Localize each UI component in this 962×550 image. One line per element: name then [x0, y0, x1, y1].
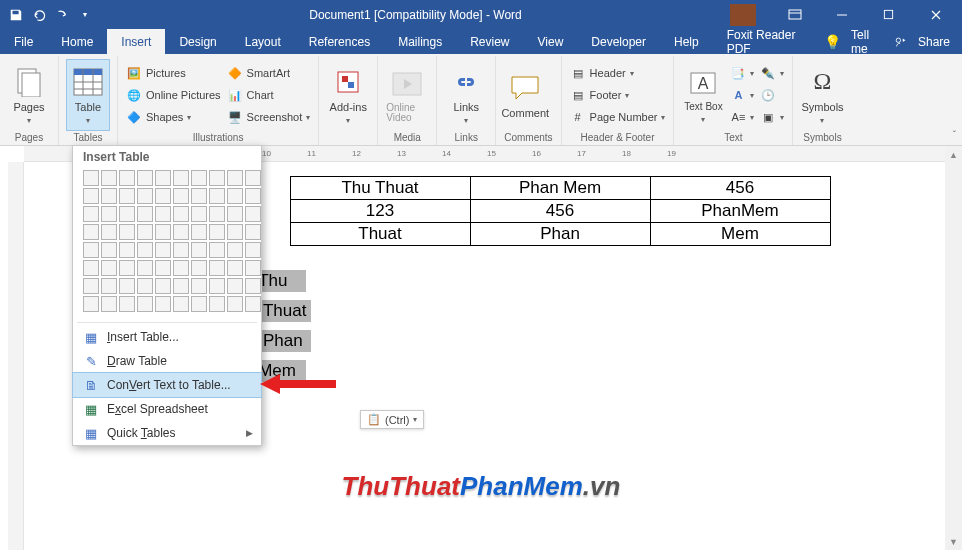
grid-cell[interactable] — [101, 188, 117, 204]
screenshot-button[interactable]: 🖥️Screenshot▾ — [227, 107, 311, 127]
grid-cell[interactable] — [191, 188, 207, 204]
grid-cell[interactable] — [155, 224, 171, 240]
tab-developer[interactable]: Developer — [577, 29, 660, 54]
grid-cell[interactable] — [227, 170, 243, 186]
convert-text-to-table-menuitem[interactable]: 🗎 ConVert Text to Table... — [73, 373, 261, 397]
smartart-button[interactable]: 🔶SmartArt — [227, 63, 311, 83]
excel-spreadsheet-menuitem[interactable]: ▦ Excel Spreadsheet — [73, 397, 261, 421]
signature-button[interactable]: ✒️▾ — [760, 63, 784, 83]
tab-foxit[interactable]: Foxit Reader PDF — [713, 29, 824, 54]
grid-cell[interactable] — [227, 224, 243, 240]
wordart-button[interactable]: A▾ — [730, 85, 754, 105]
tellme-label[interactable]: Tell me — [851, 28, 870, 56]
grid-cell[interactable] — [209, 170, 225, 186]
save-icon[interactable] — [8, 7, 24, 23]
maximize-button[interactable] — [866, 0, 911, 29]
grid-cell[interactable] — [173, 278, 189, 294]
grid-cell[interactable] — [227, 278, 243, 294]
vertical-scrollbar[interactable]: ▲ ▼ — [945, 146, 962, 550]
tab-insert[interactable]: Insert — [107, 29, 165, 54]
tab-review[interactable]: Review — [456, 29, 523, 54]
table-grid-picker[interactable] — [73, 170, 261, 320]
grid-cell[interactable] — [209, 296, 225, 312]
grid-cell[interactable] — [83, 260, 99, 276]
insert-table-menuitem[interactable]: ▦ Insert Table... — [73, 325, 261, 349]
ribbon-display-options-icon[interactable] — [772, 0, 817, 29]
grid-cell[interactable] — [155, 260, 171, 276]
header-button[interactable]: ▤Header▾ — [570, 63, 666, 83]
undo-icon[interactable] — [31, 7, 47, 23]
grid-cell[interactable] — [191, 296, 207, 312]
scroll-down-icon[interactable]: ▼ — [945, 533, 962, 550]
grid-cell[interactable] — [209, 188, 225, 204]
symbols-button[interactable]: ΩSymbols▾ — [801, 60, 843, 130]
grid-cell[interactable] — [227, 296, 243, 312]
dropcap-button[interactable]: A≡▾ — [730, 107, 754, 127]
grid-cell[interactable] — [155, 188, 171, 204]
grid-cell[interactable] — [155, 170, 171, 186]
paste-options-button[interactable]: 📋 (Ctrl) ▾ — [360, 410, 424, 429]
pictures-button[interactable]: 🖼️Pictures — [126, 63, 221, 83]
grid-cell[interactable] — [245, 296, 261, 312]
grid-cell[interactable] — [119, 242, 135, 258]
grid-cell[interactable] — [83, 170, 99, 186]
tab-home[interactable]: Home — [47, 29, 107, 54]
redo-icon[interactable] — [54, 7, 70, 23]
grid-cell[interactable] — [101, 242, 117, 258]
grid-cell[interactable] — [209, 242, 225, 258]
grid-cell[interactable] — [209, 260, 225, 276]
grid-cell[interactable] — [119, 188, 135, 204]
grid-cell[interactable] — [101, 206, 117, 222]
table-button[interactable]: Table▾ — [67, 60, 109, 130]
textbox-button[interactable]: AText Box▾ — [682, 60, 724, 130]
minimize-button[interactable] — [819, 0, 864, 29]
shapes-button[interactable]: 🔷Shapes▾ — [126, 107, 221, 127]
grid-cell[interactable] — [191, 206, 207, 222]
quickparts-button[interactable]: 📑▾ — [730, 63, 754, 83]
grid-cell[interactable] — [155, 206, 171, 222]
grid-cell[interactable] — [83, 278, 99, 294]
grid-cell[interactable] — [173, 206, 189, 222]
grid-cell[interactable] — [83, 224, 99, 240]
grid-cell[interactable] — [191, 242, 207, 258]
grid-cell[interactable] — [137, 296, 153, 312]
grid-cell[interactable] — [83, 206, 99, 222]
draw-table-menuitem[interactable]: ✎ Draw Table — [73, 349, 261, 373]
tab-mailings[interactable]: Mailings — [384, 29, 456, 54]
grid-cell[interactable] — [101, 170, 117, 186]
grid-cell[interactable] — [119, 206, 135, 222]
grid-cell[interactable] — [137, 170, 153, 186]
grid-cell[interactable] — [101, 224, 117, 240]
grid-cell[interactable] — [137, 260, 153, 276]
tab-help[interactable]: Help — [660, 29, 713, 54]
grid-cell[interactable] — [83, 296, 99, 312]
quick-tables-menuitem[interactable]: ▦ Quick Tables ▶ — [73, 421, 261, 445]
grid-cell[interactable] — [155, 278, 171, 294]
grid-cell[interactable] — [101, 278, 117, 294]
grid-cell[interactable] — [245, 206, 261, 222]
grid-cell[interactable] — [173, 170, 189, 186]
grid-cell[interactable] — [137, 278, 153, 294]
grid-cell[interactable] — [227, 206, 243, 222]
grid-cell[interactable] — [209, 224, 225, 240]
chart-button[interactable]: 📊Chart — [227, 85, 311, 105]
grid-cell[interactable] — [209, 206, 225, 222]
grid-cell[interactable] — [137, 242, 153, 258]
grid-cell[interactable] — [173, 188, 189, 204]
grid-cell[interactable] — [191, 170, 207, 186]
grid-cell[interactable] — [155, 296, 171, 312]
tab-view[interactable]: View — [524, 29, 578, 54]
grid-cell[interactable] — [191, 278, 207, 294]
grid-cell[interactable] — [173, 260, 189, 276]
grid-cell[interactable] — [245, 170, 261, 186]
links-button[interactable]: Links▾ — [445, 60, 487, 130]
collapse-ribbon-icon[interactable]: ˇ — [953, 130, 956, 141]
datetime-button[interactable]: 🕒 — [760, 85, 784, 105]
grid-cell[interactable] — [83, 188, 99, 204]
object-button[interactable]: ▣▾ — [760, 107, 784, 127]
user-avatar[interactable] — [730, 4, 756, 26]
grid-cell[interactable] — [101, 260, 117, 276]
tellme-icon[interactable]: 💡 — [824, 34, 841, 50]
grid-cell[interactable] — [101, 296, 117, 312]
grid-cell[interactable] — [173, 242, 189, 258]
